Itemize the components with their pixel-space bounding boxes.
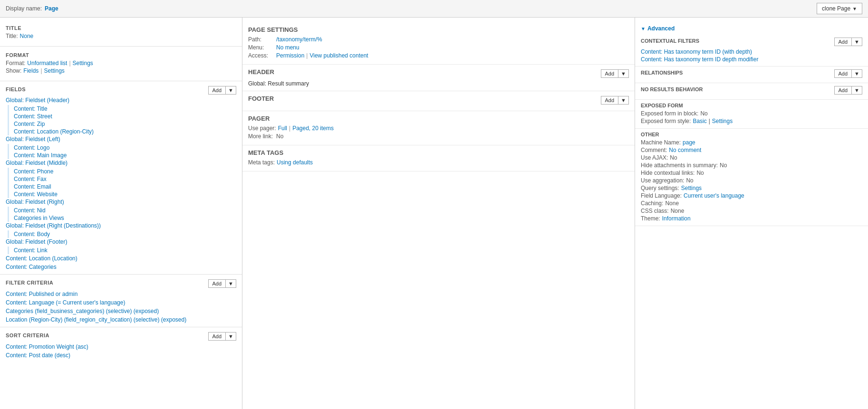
fieldset-middle: Global: Fieldset (Middle) Content: Phone… — [6, 159, 236, 198]
field-item[interactable]: Content: Location (Region-City) — [8, 128, 236, 135]
access-view[interactable]: View published content — [309, 52, 368, 59]
title-label: Title: — [6, 33, 18, 39]
ef-style-settings[interactable]: Settings — [712, 118, 733, 124]
title-section: TITLE Title: None — [0, 22, 242, 43]
access-label: Access: — [248, 52, 274, 59]
nr-add-button[interactable]: Add ▼ — [834, 86, 862, 95]
no-results-title: NO RESULTS BEHAVIOR — [641, 86, 703, 92]
query-value[interactable]: Settings — [681, 185, 702, 191]
fieldset-label-0[interactable]: Global: Fieldset (Header) — [6, 96, 236, 104]
field-lang-value[interactable]: Current user's language — [684, 192, 744, 199]
field-item[interactable]: Content: Link — [8, 247, 236, 254]
footer-add-button[interactable]: Add ▼ — [601, 96, 629, 105]
filter-item-3[interactable]: Location (Region-City) (field_region_cit… — [0, 315, 242, 324]
fieldset-left: Global: Fieldset (Left) Content: Logo Co… — [6, 135, 236, 159]
footer-title: FOOTER — [248, 95, 274, 102]
field-item[interactable]: Content: Street — [8, 113, 236, 120]
use-pager-full[interactable]: Full — [278, 125, 287, 132]
standalone-field-categories[interactable]: Content: Categories — [0, 263, 242, 271]
sort-criteria-add-button[interactable]: Add ▼ — [208, 332, 236, 341]
machine-name-label: Machine Name: — [641, 139, 681, 146]
ef-block-value: No — [700, 110, 707, 117]
format-settings-link[interactable]: Settings — [73, 60, 93, 67]
ef-block-label: Exposed form in block: — [641, 110, 698, 117]
rel-add-button[interactable]: Add ▼ — [834, 69, 862, 78]
hide-ctx-label: Hide contextual links: — [641, 170, 694, 176]
use-agg-label: Use aggregation: — [641, 177, 684, 184]
field-item[interactable]: Content: Body — [8, 230, 236, 238]
show-label: Show: — [6, 67, 21, 74]
field-item[interactable]: Content: Zip — [8, 120, 236, 128]
menu-value[interactable]: No menu — [276, 44, 299, 51]
header-section: HEADER Add ▼ Global: Result summary — [242, 65, 635, 91]
page-settings-section: PAGE SETTINGS Path: /taxonomy/term/% Men… — [242, 22, 635, 65]
more-link-label: More link: — [248, 133, 274, 140]
standalone-field-location[interactable]: Content: Location (Location) — [0, 254, 242, 263]
query-label: Query settings: — [641, 185, 679, 191]
advanced-arrow-icon: ▼ — [641, 26, 646, 31]
left-panel: TITLE Title: None FORMAT Format: Unforma… — [0, 18, 242, 409]
fieldset-header: Global: Fieldset (Header) Content: Title… — [6, 96, 236, 135]
fieldset-label-4[interactable]: Global: Fieldset (Right (Destinations)) — [6, 222, 236, 229]
filter-item-0[interactable]: Content: Published or admin — [0, 290, 242, 298]
filter-criteria-header: FILTER CRITERIA Add ▼ — [0, 277, 242, 290]
header-item[interactable]: Global: Result summary — [248, 80, 309, 87]
field-item[interactable]: Categories in Views — [8, 214, 236, 222]
path-value[interactable]: /taxonomy/term/% — [276, 36, 322, 43]
field-item[interactable]: Content: Phone — [8, 168, 236, 175]
field-item[interactable]: Content: Main Image — [8, 152, 236, 159]
field-item[interactable]: Content: Nid — [8, 207, 236, 214]
format-label: Format: — [6, 60, 25, 67]
sort-item-0[interactable]: Content: Promotion Weight (asc) — [0, 342, 242, 351]
comment-label: Comment: — [641, 147, 667, 153]
filter-item-2[interactable]: Categories (field_business_categories) (… — [0, 307, 242, 315]
fields-add-button[interactable]: Add ▼ — [208, 86, 236, 95]
filter-criteria-add-button[interactable]: Add ▼ — [208, 279, 236, 288]
use-pager-label: Use pager: — [248, 125, 276, 132]
meta-tags-value[interactable]: Using defaults — [277, 159, 313, 166]
css-label: CSS class: — [641, 208, 669, 214]
field-lang-label: Field Language: — [641, 192, 682, 199]
header-add-button[interactable]: Add ▼ — [601, 69, 629, 78]
access-permission[interactable]: Permission — [276, 52, 304, 59]
fieldset-label-2[interactable]: Global: Fieldset (Middle) — [6, 159, 236, 167]
fieldset-label-5[interactable]: Global: Fieldset (Footer) — [6, 238, 236, 246]
fieldsets-container: Global: Fieldset (Header) Content: Title… — [0, 96, 242, 254]
format-value[interactable]: Unformatted list — [27, 60, 67, 67]
field-item[interactable]: Content: Logo — [8, 144, 236, 152]
pager-section: PAGER Use pager: Full | Paged, 20 items … — [242, 111, 635, 145]
field-item[interactable]: Content: Email — [8, 183, 236, 190]
filter-item-1[interactable]: Content: Language (= Current user's lang… — [0, 298, 242, 307]
advanced-toggle[interactable]: ▼ Advanced — [635, 22, 868, 35]
cf-add-button[interactable]: Add ▼ — [834, 38, 862, 46]
path-label: Path: — [248, 36, 274, 43]
fieldset-footer: Global: Fieldset (Footer) Content: Link — [6, 238, 236, 254]
format-section-header: FORMAT — [6, 52, 236, 58]
fieldset-label-3[interactable]: Global: Fieldset (Right) — [6, 198, 236, 206]
meta-tags-section: META TAGS Meta tags: Using defaults — [242, 145, 635, 171]
meta-tags-label: Meta tags: — [248, 159, 275, 166]
comment-value[interactable]: No comment — [669, 147, 701, 153]
contextual-filters-title: CONTEXTUAL FILTERS — [641, 38, 699, 44]
title-value[interactable]: None — [20, 33, 34, 39]
show-fields-link[interactable]: Fields — [23, 67, 39, 74]
field-item[interactable]: Content: Title — [8, 105, 236, 113]
field-item[interactable]: Content: Fax — [8, 175, 236, 183]
theme-value[interactable]: Information — [662, 215, 691, 222]
other-title: OTHER — [641, 132, 862, 137]
machine-name-value[interactable]: page — [683, 139, 695, 146]
use-ajax-label: Use AJAX: — [641, 154, 668, 161]
field-item[interactable]: Content: Website — [8, 190, 236, 198]
ef-style-basic[interactable]: Basic — [693, 118, 706, 124]
clone-page-button[interactable]: clone Page ▼ — [817, 3, 862, 14]
relationships-title: RELATIONSHIPS — [641, 70, 683, 76]
format-section: FORMAT Format: Unformatted list | Settin… — [0, 49, 242, 78]
sort-criteria-header: SORT CRITERIA Add ▼ — [0, 330, 242, 342]
ef-style-label: Exposed form style: — [641, 118, 691, 124]
cf-item-1[interactable]: Content: Has taxonomy term ID depth modi… — [641, 56, 862, 63]
fieldset-label-1[interactable]: Global: Fieldset (Left) — [6, 135, 236, 143]
show-settings-link[interactable]: Settings — [44, 67, 65, 74]
sort-item-1[interactable]: Content: Post date (desc) — [0, 351, 242, 360]
cf-item-0[interactable]: Content: Has taxonomy term ID (with dept… — [641, 48, 862, 56]
use-pager-paged[interactable]: Paged, 20 items — [292, 125, 334, 132]
